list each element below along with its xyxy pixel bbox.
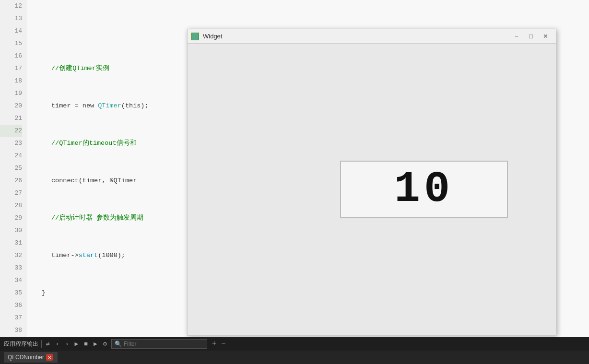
line-num: 22 — [0, 125, 22, 137]
lcd-number-value: 10 — [394, 165, 454, 214]
line-num: 21 — [0, 112, 22, 125]
widget-body: 10 — [188, 44, 556, 335]
line-num: 31 — [0, 237, 22, 249]
bottom-toolbar: 应用程序输出 ⇄ ‹ › ▶ ■ ▶ ⚙ 🔍 + − — [0, 337, 589, 351]
close-button[interactable]: ✕ — [539, 31, 552, 42]
editor-area: 12 13 14 15 16 17 18 19 20 21 22 23 24 2… — [0, 0, 589, 337]
window-controls: − □ ✕ — [510, 31, 552, 42]
sync-icon[interactable]: ⇄ — [45, 340, 51, 348]
stop-icon[interactable]: ■ — [82, 341, 89, 348]
filter-container: 🔍 — [111, 339, 207, 349]
next-icon[interactable]: › — [64, 341, 71, 348]
widget-window: Widget − □ ✕ 10 — [187, 29, 556, 336]
divider — [41, 340, 42, 348]
line-num: 14 — [0, 25, 22, 37]
line-num: 16 — [0, 50, 22, 62]
settings-icon[interactable]: ⚙ — [102, 340, 108, 348]
line-numbers: 12 13 14 15 16 17 18 19 20 21 22 23 24 2… — [0, 0, 26, 337]
widget-titlebar: Widget − □ ✕ — [188, 29, 556, 44]
filter-input[interactable] — [124, 341, 200, 347]
app-output-label: 应用程序输出 — [4, 340, 38, 348]
run-debug-icon[interactable]: ▶ — [92, 340, 99, 348]
line-num: 36 — [0, 299, 22, 312]
widget-app-icon — [191, 33, 199, 40]
widget-title: Widget — [203, 33, 506, 40]
line-num: 35 — [0, 287, 22, 299]
minus-button[interactable]: − — [219, 340, 228, 348]
line-num: 20 — [0, 100, 22, 112]
line-num: 32 — [0, 249, 22, 262]
filter-search-icon: 🔍 — [115, 341, 122, 347]
line-num: 17 — [0, 62, 22, 75]
line-num: 18 — [0, 75, 22, 87]
add-minus-controls: + − — [210, 340, 228, 348]
run-icon[interactable]: ▶ — [73, 340, 80, 348]
line-num: 13 — [0, 12, 22, 25]
line-num: 19 — [0, 87, 22, 100]
line-num: 26 — [0, 175, 22, 187]
prev-icon[interactable]: ‹ — [54, 341, 61, 348]
line-num: 29 — [0, 212, 22, 224]
tab-label: QLCDNumber — [8, 354, 44, 361]
tab-qlcdnumber[interactable]: QLCDNumber ✕ — [4, 352, 58, 363]
line-num: 25 — [0, 162, 22, 175]
line-num: 27 — [0, 187, 22, 200]
line-num: 34 — [0, 274, 22, 287]
tab-bar: QLCDNumber ✕ — [0, 351, 589, 364]
lcd-display-container: 10 — [340, 161, 508, 218]
line-num: 33 — [0, 262, 22, 274]
tab-close-button[interactable]: ✕ — [46, 354, 53, 361]
line-num: 15 — [0, 37, 22, 50]
line-num: 23 — [0, 137, 22, 150]
line-num: 38 — [0, 324, 22, 337]
maximize-button[interactable]: □ — [524, 31, 538, 42]
line-num: 30 — [0, 224, 22, 237]
line-num: 28 — [0, 200, 22, 212]
line-num: 12 — [0, 0, 22, 12]
minimize-button[interactable]: − — [510, 31, 523, 42]
line-num: 24 — [0, 150, 22, 162]
line-num: 37 — [0, 312, 22, 324]
add-button[interactable]: + — [210, 340, 219, 348]
